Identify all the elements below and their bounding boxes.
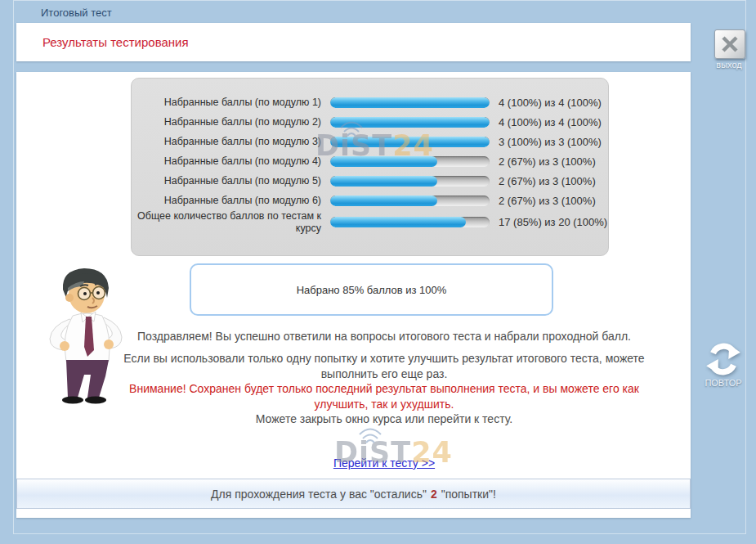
congrats-text: Поздравляем! Вы успешно ответили на вопр… <box>123 329 646 344</box>
score-label: Общее количество баллов по тестам к курс… <box>136 210 321 235</box>
exit-button-label[interactable]: выход <box>706 60 752 70</box>
warning-text: Внимание! Сохранен будет только последни… <box>123 381 646 411</box>
attempts-count: 2 <box>431 488 437 501</box>
progress-bar-fill <box>330 156 437 167</box>
progress-bar-track <box>330 176 490 187</box>
close-info-text: Можете закрыть окно курса или перейти к … <box>123 411 646 426</box>
progress-bar-track <box>330 217 490 227</box>
score-value: 2 (67%) из 3 (100%) <box>499 195 608 207</box>
score-value: 2 (67%) из 3 (100%) <box>499 155 608 168</box>
score-label: Набранные баллы (по модулю 3) <box>136 136 321 148</box>
score-value: 4 (100%) из 4 (100%) <box>499 97 608 109</box>
score-label: Набранные баллы (по модулю 2) <box>136 116 321 128</box>
progress-bar-track <box>330 117 490 128</box>
progress-bar-fill <box>330 117 490 128</box>
result-message-block: Поздравляем! Вы успешно ответили на вопр… <box>123 329 646 427</box>
progress-bar-track <box>330 196 490 206</box>
attempts-bar: Для прохождения теста у вас "остались" 2… <box>16 479 691 509</box>
progress-bar-track <box>330 97 490 108</box>
score-label: Набранные баллы (по модулю 4) <box>136 155 321 168</box>
score-value: 4 (100%) из 4 (100%) <box>499 116 608 128</box>
header-panel: Результаты тестирования <box>16 23 691 61</box>
progress-bar-fill <box>330 217 466 227</box>
summary-text: Набрано 85% баллов из 100% <box>297 284 447 296</box>
window-title: Итоговый тест <box>41 7 112 19</box>
score-value: 17 (85%) из 20 (100%) <box>499 216 608 228</box>
attempts-text-suffix: "попытки"! <box>441 488 496 501</box>
score-row: Набранные баллы (по модулю 5) 2 (67%) из… <box>132 171 608 191</box>
attempts-text-prefix: Для прохождения теста у вас "остались" <box>211 488 427 501</box>
repeat-arrows-icon <box>703 339 744 380</box>
score-rows: Набранные баллы (по модулю 1) 4 (100%) и… <box>132 92 608 235</box>
page-title: Результаты тестирования <box>42 35 189 49</box>
results-panel: Набранные баллы (по модулю 1) 4 (100%) и… <box>131 78 609 256</box>
score-row: Набранные баллы (по модулю 6) 2 (67%) из… <box>132 191 608 210</box>
progress-bar-fill <box>330 176 437 187</box>
main-panel: Набранные баллы (по модулю 1) 4 (100%) и… <box>16 72 691 518</box>
repeat-button-label[interactable]: ПОВТОР <box>698 378 749 388</box>
score-row: Набранные баллы (по модулю 3) 3 (100%) и… <box>132 132 608 151</box>
goto-test-link[interactable]: Перейти к тесту >> <box>333 456 435 470</box>
summary-box: Набрано 85% баллов из 100% <box>190 263 553 316</box>
progress-bar-track <box>330 156 490 167</box>
score-label: Набранные баллы (по модулю 6) <box>136 195 321 207</box>
progress-bar-fill <box>330 137 490 147</box>
score-row: Набранные баллы (по модулю 1) 4 (100%) и… <box>132 92 608 112</box>
score-row: Набранные баллы (по модулю 2) 4 (100%) и… <box>132 112 608 132</box>
score-value: 2 (67%) из 3 (100%) <box>499 175 608 187</box>
goto-link-row: Перейти к тесту >> <box>123 456 646 470</box>
close-icon <box>720 35 740 53</box>
score-label: Набранные баллы (по модулю 1) <box>136 97 321 109</box>
progress-bar-fill <box>330 196 437 206</box>
retry-info-text: Если вы использовали только одну попытку… <box>123 351 646 381</box>
exit-button[interactable] <box>714 29 745 59</box>
repeat-button[interactable] <box>703 339 744 380</box>
score-row: Общее количество баллов по тестам к курс… <box>132 210 608 235</box>
score-value: 3 (100%) из 3 (100%) <box>499 136 608 148</box>
progress-bar-fill <box>330 97 490 108</box>
score-label: Набранные баллы (по модулю 5) <box>136 175 321 187</box>
progress-bar-track <box>330 137 490 147</box>
score-row: Набранные баллы (по модулю 4) 2 (67%) из… <box>132 151 608 171</box>
